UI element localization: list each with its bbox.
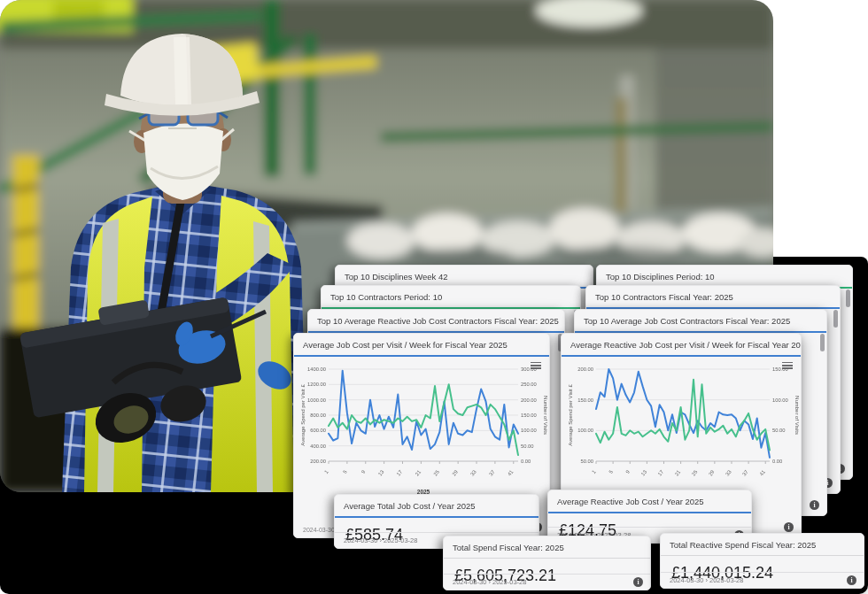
card-title: Top 10 Contractors Fiscal Year: 2025 — [586, 286, 840, 307]
chart-title: Average Reactive Job Cost per Visit / We… — [562, 334, 801, 355]
stat-title: Average Reactive Job Cost / Year 2025 — [548, 490, 751, 512]
y-left-title: Average Spend per Visit £ — [568, 384, 573, 446]
card-title: Top 10 Average Job Cost Contractors Fisc… — [575, 310, 826, 331]
y-left-tick: 800.00 — [310, 413, 326, 418]
y-left-tick: 200.00 — [577, 366, 593, 372]
stat-date-range: 2024-03-30 › 2025-03-28 i — [444, 574, 650, 590]
line-chart-avg-reactive-job-cost: 50.00100.00150.00200.000.0050.00100.0015… — [565, 362, 799, 497]
y-left-tick: 400.00 — [310, 444, 326, 449]
y-right-tick: 150.00 — [521, 413, 537, 418]
stat-date-range: 2024-03-30 › 2025-03-28 i — [661, 572, 864, 588]
date-range-text: 2024-03-30 › 2025-03-28 — [670, 576, 743, 584]
x-tick-label: 1 — [323, 469, 329, 474]
x-tick-label: 9 — [624, 469, 631, 474]
date-range-text: 2024-03-30 › 2025-03-28 — [453, 578, 526, 586]
y-right-title: Number of Visits — [543, 396, 547, 435]
x-tick-label: 5 — [342, 469, 348, 474]
y-left-tick: 1000.00 — [307, 397, 326, 403]
y-left-tick: 50.00 — [580, 459, 593, 464]
y-left-tick: 600.00 — [310, 428, 326, 433]
line-chart-avg-job-cost: 200.00400.00600.00800.001000.001200.0014… — [298, 362, 547, 497]
date-range-text: 2024-03-30 › 2025-03-28 — [344, 536, 417, 544]
chart-title: Average Job Cost per Visit / Week for Fi… — [294, 334, 549, 355]
y-right-tick: 0.00 — [772, 459, 782, 464]
dashboard-screenshot: Top 10 Disciplines Week 42 i Top 10 Cont… — [0, 0, 868, 594]
x-tick-label: 9 — [360, 469, 367, 474]
x-tick-label: 13 — [639, 469, 647, 477]
series-left — [329, 371, 518, 450]
card-title: Top 10 Disciplines Period: 10 — [597, 266, 852, 287]
x-tick-label: 25 — [691, 469, 699, 477]
x-tick-label: 13 — [377, 469, 385, 477]
series-left — [596, 369, 770, 458]
card-title: Top 10 Contractors Period: 10 — [322, 286, 580, 307]
x-tick-label: 29 — [451, 469, 459, 477]
series-right — [596, 380, 770, 451]
y-right-tick: 100.00 — [521, 428, 537, 433]
y-right-tick: 50.00 — [521, 444, 534, 449]
y-left-tick: 150.00 — [577, 397, 593, 403]
x-tick-label: 1 — [591, 469, 597, 474]
scrollbar-thumb[interactable] — [833, 310, 838, 328]
y-right-tick: 200.00 — [521, 397, 537, 403]
x-tick-label: 37 — [741, 469, 749, 477]
stat-title: Total Spend Fiscal Year: 2025 — [444, 536, 650, 558]
x-tick-label: 41 — [758, 469, 766, 477]
info-icon[interactable]: i — [847, 575, 856, 585]
x-tick-label: 21 — [674, 469, 682, 477]
x-tick-label: 41 — [507, 469, 515, 477]
y-right-tick: 50.00 — [772, 428, 786, 433]
y-left-tick: 1200.00 — [307, 382, 326, 387]
info-icon[interactable]: i — [810, 500, 819, 510]
card-title: Top 10 Disciplines Week 42 — [336, 266, 593, 287]
y-left-title: Average Spend per Visit £ — [300, 384, 306, 446]
y-right-tick: 100.00 — [772, 397, 788, 403]
x-tick-label: 17 — [657, 469, 665, 477]
accent-underline — [562, 355, 801, 357]
stat-card-total-spend[interactable]: Total Spend Fiscal Year: 2025 £5,605,723… — [443, 536, 651, 590]
accent-underline — [294, 355, 549, 357]
y-right-title: Number of Visits — [794, 396, 799, 435]
scrollbar-thumb[interactable] — [820, 334, 825, 351]
info-icon[interactable]: i — [784, 522, 794, 532]
y-right-tick: 0.00 — [521, 459, 531, 464]
y-right-tick: 250.00 — [521, 382, 537, 387]
card-title: Top 10 Average Reactive Job Cost Contrac… — [308, 310, 564, 331]
x-tick-label: 33 — [469, 469, 477, 477]
x-tick-label: 21 — [414, 469, 422, 477]
stat-title: Average Total Job Cost / Year 2025 — [335, 495, 539, 516]
x-tick-label: 37 — [488, 469, 496, 477]
y-left-tick: 200.00 — [310, 459, 326, 464]
y-left-tick: 1400.00 — [307, 366, 326, 372]
x-tick-label: 17 — [396, 469, 404, 477]
x-tick-label: 33 — [725, 469, 732, 477]
y-right-tick: 300.00 — [521, 366, 537, 372]
stat-title: Total Reactive Spend Fiscal Year: 2025 — [661, 534, 864, 555]
y-right-tick: 150.00 — [772, 366, 788, 372]
x-tick-label: 5 — [608, 469, 614, 474]
x-tick-label: 25 — [432, 469, 440, 477]
stat-card-total-reactive-spend[interactable]: Total Reactive Spend Fiscal Year: 2025 £… — [660, 533, 864, 589]
x-tick-label: 29 — [708, 469, 716, 477]
scrollbar-thumb[interactable] — [846, 289, 850, 307]
y-left-tick: 100.00 — [577, 428, 593, 433]
info-icon[interactable]: i — [633, 577, 643, 587]
